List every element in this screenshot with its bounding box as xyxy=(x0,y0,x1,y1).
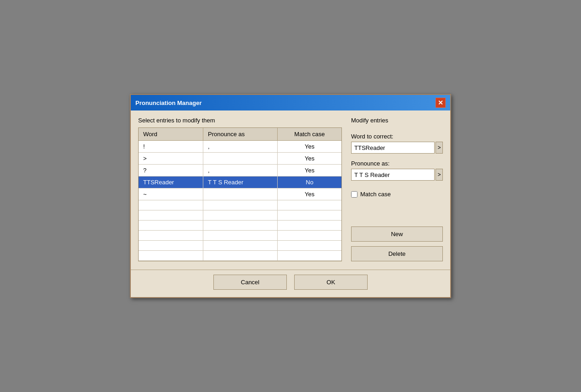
close-button[interactable]: ✕ xyxy=(436,98,446,108)
word-to-correct-label: Word to correct: xyxy=(351,133,443,140)
dialog-body: Select entries to modify them Word Prono… xyxy=(131,110,450,268)
delete-button[interactable]: Delete xyxy=(351,246,443,261)
cell-pronounce-as xyxy=(203,188,277,200)
cell-word: ! xyxy=(139,141,203,153)
cell-word: TTSReader xyxy=(139,177,203,188)
col-pronounce-as: Pronounce as xyxy=(203,128,277,141)
cell-match-case: Yes xyxy=(278,188,341,200)
cell-pronounce-as: , xyxy=(203,141,277,153)
right-panel: Modify entries Word to correct: > Pronou… xyxy=(351,117,443,261)
new-button[interactable]: New xyxy=(351,226,443,242)
table-row-empty xyxy=(139,210,341,221)
modify-header: Modify entries xyxy=(351,117,443,124)
cell-word: ~ xyxy=(139,188,203,200)
match-case-label: Match case xyxy=(360,191,391,198)
pronounce-as-input-row: > xyxy=(351,169,443,181)
table-header-row: Word Pronounce as Match case xyxy=(139,128,341,141)
title-bar: Pronunciation Manager ✕ xyxy=(131,95,450,110)
cancel-button[interactable]: Cancel xyxy=(213,275,287,290)
cell-pronounce-as: , xyxy=(203,165,277,177)
pronounce-as-section: Pronounce as: > xyxy=(351,160,443,181)
ok-button[interactable]: OK xyxy=(294,275,368,290)
dialog-title: Pronunciation Manager xyxy=(135,99,201,106)
table-row-empty xyxy=(139,221,341,231)
table-row[interactable]: ?,Yes xyxy=(139,165,341,177)
cell-match-case: Yes xyxy=(278,153,341,165)
table-row-empty xyxy=(139,251,341,261)
match-case-checkbox[interactable] xyxy=(351,191,358,198)
pronunciation-table-container: Word Pronounce as Match case !,Yes>Yes?,… xyxy=(138,127,342,261)
pronounce-as-label: Pronounce as: xyxy=(351,160,443,167)
pronunciation-manager-dialog: Pronunciation Manager ✕ Select entries t… xyxy=(130,94,451,298)
table-row-empty xyxy=(139,231,341,241)
cell-word: ? xyxy=(139,165,203,177)
pronounce-as-btn[interactable]: > xyxy=(436,169,443,181)
table-row[interactable]: >Yes xyxy=(139,153,341,165)
pronounce-as-input[interactable] xyxy=(351,169,435,181)
match-case-row: Match case xyxy=(351,191,443,198)
table-row-empty xyxy=(139,200,341,210)
word-to-correct-section: Word to correct: > xyxy=(351,133,443,154)
cell-word: > xyxy=(139,153,203,165)
dialog-footer: Cancel OK xyxy=(131,270,450,297)
table-row[interactable]: ~Yes xyxy=(139,188,341,200)
col-match-case: Match case xyxy=(278,128,341,141)
cell-pronounce-as: T T S Reader xyxy=(203,177,277,188)
col-word: Word xyxy=(139,128,203,141)
table-row[interactable]: !,Yes xyxy=(139,141,341,153)
left-section-label: Select entries to modify them xyxy=(138,117,342,124)
table-row-empty xyxy=(139,241,341,251)
word-to-correct-input-row: > xyxy=(351,142,443,154)
left-panel: Select entries to modify them Word Prono… xyxy=(138,117,342,261)
word-to-correct-btn[interactable]: > xyxy=(436,142,443,154)
cell-pronounce-as xyxy=(203,153,277,165)
cell-match-case: No xyxy=(278,177,341,188)
word-to-correct-input[interactable] xyxy=(351,142,435,154)
table-row[interactable]: TTSReaderT T S ReaderNo xyxy=(139,177,341,188)
cell-match-case: Yes xyxy=(278,141,341,153)
cell-match-case: Yes xyxy=(278,165,341,177)
pronunciation-table: Word Pronounce as Match case !,Yes>Yes?,… xyxy=(139,128,341,261)
